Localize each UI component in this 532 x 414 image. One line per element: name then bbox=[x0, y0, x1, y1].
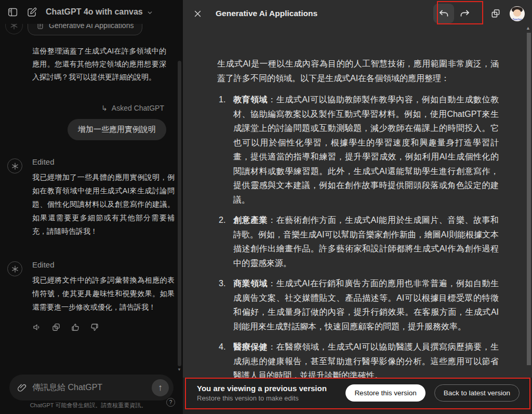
avatar-label: Teacher bbox=[510, 18, 525, 21]
edited-body: 我已經將文件中的許多詞彙替換為相應的表情符號，使其更具趣味性和視覺效果。如果還需… bbox=[32, 273, 175, 314]
list-term: 醫療保健 bbox=[233, 342, 268, 351]
edited-label: Edited bbox=[32, 157, 175, 166]
thumbs-up-icon[interactable] bbox=[71, 323, 80, 332]
list-text: ：在醫療領域，生成式AI可以協助醫護人員撰寫病歷摘要，生成病患的健康報告，甚至幫… bbox=[233, 342, 499, 378]
asked-chatgpt-row: ↳ Asked ChatGPT bbox=[101, 104, 164, 112]
list-item-education: 1.教育領域：生成式AI可以協助教師製作教學內容，例如自動生成數位教材、協助編寫… bbox=[217, 92, 499, 207]
canvas-scrollbar[interactable] bbox=[527, 33, 531, 365]
scroll-down-arrow[interactable]: ▼ bbox=[177, 367, 181, 372]
send-button[interactable]: ↑ bbox=[152, 379, 169, 396]
chevron-down-icon bbox=[147, 8, 153, 16]
list-number: 4. bbox=[219, 340, 225, 354]
reply-arrow-icon: ↳ bbox=[101, 104, 108, 112]
restore-version-button[interactable]: Restore this version bbox=[345, 384, 425, 402]
message-composer: ↑ bbox=[9, 375, 174, 400]
undo-button[interactable] bbox=[433, 4, 454, 23]
message-actions bbox=[32, 323, 175, 332]
list-number: 2. bbox=[219, 213, 225, 228]
model-switcher[interactable]: ChatGPT 4o with canvas bbox=[46, 7, 153, 17]
list-term: 創意產業 bbox=[233, 216, 268, 224]
document-editor[interactable]: 生成式AI是一種以生成內容為目的的人工智慧技術，應用範圍非常廣泛，涵蓋了許多不同… bbox=[217, 27, 499, 378]
model-title-label: ChatGPT 4o with canvas bbox=[46, 7, 143, 17]
document-list: 1.教育領域：生成式AI可以協助教師製作教學內容，例如自動生成數位教材、協助編寫… bbox=[217, 92, 499, 378]
assistant-message: 這份整理涵蓋了生成式AI在許多領域中的應用。您還有其他特定領域的應用想要深入探討… bbox=[32, 45, 166, 84]
version-bar: You are viewing a previous version Resto… bbox=[183, 378, 532, 414]
scroll-up-arrow[interactable]: ▲ bbox=[526, 25, 530, 31]
list-term: 商業領域 bbox=[233, 279, 268, 288]
sidebar-toggle-icon[interactable] bbox=[7, 7, 18, 18]
thumbs-down-icon[interactable] bbox=[90, 323, 99, 332]
attach-file-icon[interactable] bbox=[17, 382, 27, 393]
list-term: 教育領域 bbox=[233, 95, 268, 104]
chatgpt-logo-icon bbox=[7, 261, 22, 276]
close-icon[interactable] bbox=[193, 9, 202, 18]
help-button[interactable]: ? bbox=[166, 398, 175, 407]
version-bar-subtitle: Restore this version to make edits bbox=[197, 394, 327, 403]
list-text: ：生成式AI在行銷和廣告方面的應用也非常普遍，例如自動生成廣告文案、社交媒體貼文… bbox=[233, 279, 499, 331]
list-item-business: 3.商業領域：生成式AI在行銷和廣告方面的應用也非常普遍，例如自動生成廣告文案、… bbox=[217, 276, 499, 333]
list-text: ：在藝術創作方面，生成式AI能用於生成圖片、音樂、故事和詩歌。例如，音樂生成AI… bbox=[233, 216, 499, 268]
document-intro: 生成式AI是一種以生成內容為目的的人工智慧技術，應用範圍非常廣泛，涵蓋了許多不同… bbox=[217, 57, 499, 85]
canvas-panel: Generative Ai Applications Teacher bbox=[183, 0, 532, 414]
edited-body: 我已經增加了一些具體的應用實例說明，例如在教育領域中使用生成式AI來生成討論問題… bbox=[32, 170, 175, 238]
edited-message-2: Edited 我已經將文件中的許多詞彙替換為相應的表情符號，使其更具趣味性和視覺… bbox=[7, 260, 175, 332]
version-bar-title: You are viewing a previous version bbox=[197, 383, 327, 394]
user-avatar[interactable]: Teacher bbox=[510, 6, 525, 21]
user-message-bubble: 增加一些應用實例說明 bbox=[68, 119, 166, 140]
chatgpt-canvas-window: Generative AI Applications ChatGPT 4o wi… bbox=[0, 0, 532, 414]
asked-chatgpt-label: Asked ChatGPT bbox=[112, 104, 164, 112]
back-to-latest-button[interactable]: Back to latest version bbox=[434, 384, 520, 402]
list-number: 3. bbox=[219, 276, 225, 291]
chat-scrollbar[interactable] bbox=[178, 61, 181, 366]
canvas-title: Generative Ai Applications bbox=[216, 9, 317, 18]
copy-icon[interactable] bbox=[51, 323, 61, 332]
list-item-healthcare: 4.醫療保健：在醫療領域，生成式AI可以協助醫護人員撰寫病歷摘要，生成病患的健康… bbox=[217, 340, 499, 378]
redo-button[interactable] bbox=[454, 4, 475, 23]
edited-label: Edited bbox=[32, 260, 175, 269]
list-text: ：生成式AI可以協助教師製作教學內容，例如自動生成數位教材、協助編寫教案以及製作… bbox=[233, 95, 499, 204]
edited-message-1: Edited 我已經增加了一些具體的應用實例說明，例如在教育領域中使用生成式AI… bbox=[7, 157, 175, 238]
chat-panel: Generative AI Applications ChatGPT 4o wi… bbox=[0, 0, 183, 414]
chat-input[interactable] bbox=[32, 383, 147, 392]
read-aloud-icon[interactable] bbox=[32, 323, 42, 332]
canvas-header: Generative Ai Applications Teacher bbox=[183, 0, 532, 27]
chatgpt-logo-icon bbox=[7, 158, 22, 173]
new-chat-icon[interactable] bbox=[26, 7, 37, 18]
disclaimer-text: ChatGPT 可能會發生錯誤。請查核重要資訊。 bbox=[0, 402, 177, 409]
chat-header: ChatGPT 4o with canvas bbox=[0, 0, 183, 24]
version-bar-text: You are viewing a previous version Resto… bbox=[197, 383, 327, 403]
send-arrow-icon: ↑ bbox=[158, 382, 163, 393]
list-number: 1. bbox=[219, 92, 225, 107]
version-bar-buttons: Restore this version Back to latest vers… bbox=[345, 383, 520, 402]
canvas-header-actions: Teacher bbox=[433, 4, 525, 23]
avatar-face bbox=[513, 9, 521, 17]
list-item-creative: 2.創意產業：在藝術創作方面，生成式AI能用於生成圖片、音樂、故事和詩歌。例如，… bbox=[217, 213, 499, 270]
copy-document-icon[interactable] bbox=[490, 8, 501, 19]
